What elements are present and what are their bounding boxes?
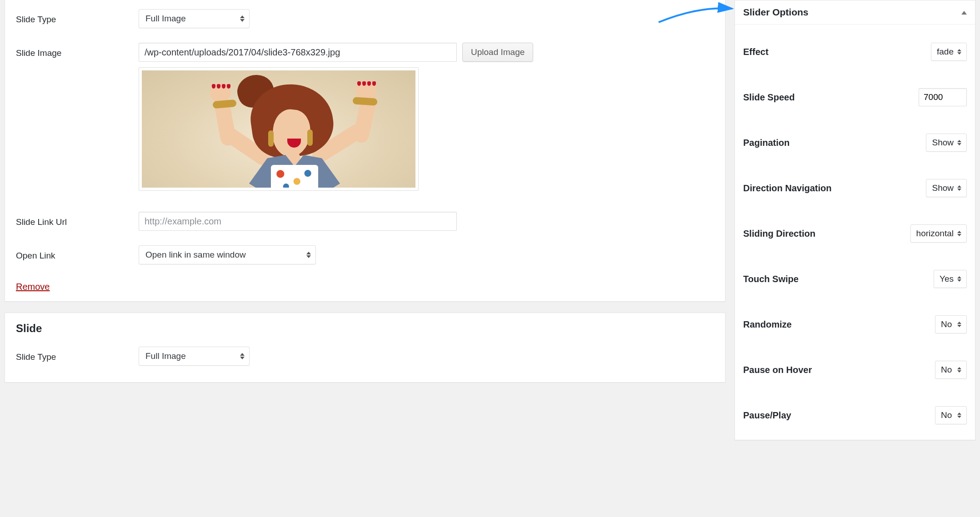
- select-arrows-icon: [957, 411, 963, 419]
- open-link-select[interactable]: Open link in same window: [139, 245, 316, 264]
- label-slide-speed: Slide Speed: [743, 92, 795, 103]
- slider-options-panel: Slider Options Effect fade Slide Speed: [735, 0, 975, 440]
- label-direction-navigation: Direction Navigation: [743, 183, 831, 194]
- option-pagination: Pagination Show: [743, 120, 967, 165]
- pagination-select[interactable]: Show: [926, 134, 967, 152]
- label-open-link: Open Link: [16, 245, 139, 261]
- label-pagination: Pagination: [743, 138, 790, 148]
- slide-link-input[interactable]: [139, 212, 457, 231]
- label-slide-type: Slide Type: [16, 347, 139, 362]
- panel-header[interactable]: Slider Options: [735, 0, 975, 25]
- select-arrows-icon: [957, 184, 963, 192]
- sliding-direction-select[interactable]: horizontal: [910, 224, 967, 243]
- pause-on-hover-select[interactable]: No: [935, 361, 967, 379]
- option-randomize: Randomize No: [743, 302, 967, 347]
- slide-image-preview-frame: [139, 67, 419, 191]
- label-slide-link: Slide Link Url: [16, 212, 139, 227]
- effect-select[interactable]: fade: [931, 43, 967, 61]
- option-direction-navigation: Direction Navigation Show: [743, 165, 967, 211]
- pause-play-select[interactable]: No: [935, 406, 967, 424]
- slide-image-preview: [142, 70, 415, 188]
- select-arrows-icon: [240, 352, 245, 360]
- select-arrows-icon: [957, 48, 963, 56]
- select-arrows-icon: [957, 275, 963, 283]
- randomize-select[interactable]: No: [935, 315, 967, 333]
- row-slide-link: Slide Link Url: [16, 212, 714, 231]
- option-pause-play: Pause/Play No: [743, 393, 967, 438]
- label-randomize: Randomize: [743, 319, 792, 330]
- collapse-icon: [961, 9, 967, 16]
- row-slide-type: Slide Type Full Image: [16, 347, 714, 366]
- label-pause-play: Pause/Play: [743, 410, 791, 421]
- select-arrows-icon: [306, 251, 312, 259]
- upload-image-button[interactable]: Upload Image: [462, 43, 533, 62]
- option-touch-swipe: Touch Swipe Yes: [743, 256, 967, 302]
- option-effect: Effect fade: [743, 29, 967, 75]
- label-pause-on-hover: Pause on Hover: [743, 365, 812, 375]
- slide-type-select[interactable]: Full Image: [139, 347, 250, 366]
- slide-box: Slide Type Full Image Slide Image: [5, 0, 725, 302]
- label-sliding-direction: Sliding Direction: [743, 229, 815, 239]
- option-pause-on-hover: Pause on Hover No: [743, 347, 967, 393]
- slide-heading: Slide: [16, 322, 714, 335]
- option-sliding-direction: Sliding Direction horizontal: [743, 211, 967, 256]
- label-slide-type: Slide Type: [16, 9, 139, 25]
- panel-title: Slider Options: [743, 7, 809, 18]
- option-slide-speed: Slide Speed: [743, 75, 967, 120]
- select-arrows-icon: [957, 320, 963, 328]
- direction-navigation-select[interactable]: Show: [926, 179, 967, 197]
- label-effect: Effect: [743, 47, 769, 57]
- row-slide-image: Slide Image Upload Image: [16, 43, 714, 191]
- remove-slide-link[interactable]: Remove: [16, 282, 50, 292]
- select-arrows-icon: [240, 15, 245, 23]
- row-open-link: Open Link Open link in same window: [16, 245, 714, 264]
- slide-box: Slide Slide Type Full Image: [5, 313, 725, 383]
- select-arrows-icon: [957, 366, 963, 374]
- row-slide-type: Slide Type Full Image: [16, 9, 714, 28]
- select-arrows-icon: [957, 139, 963, 147]
- touch-swipe-select[interactable]: Yes: [934, 270, 967, 288]
- slide-image-input[interactable]: [139, 43, 457, 62]
- label-slide-image: Slide Image: [16, 43, 139, 58]
- slide-speed-input[interactable]: [919, 88, 967, 106]
- select-arrows-icon: [957, 229, 963, 238]
- slide-type-select[interactable]: Full Image: [139, 9, 250, 28]
- label-touch-swipe: Touch Swipe: [743, 274, 799, 284]
